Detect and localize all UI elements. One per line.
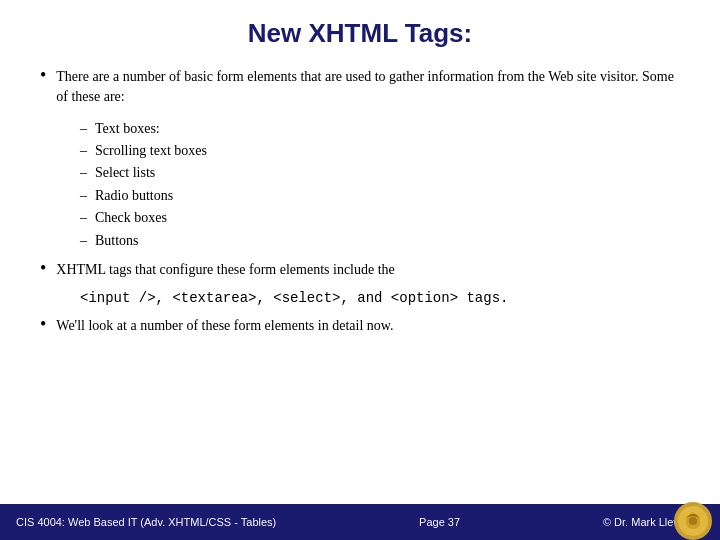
bullet-text-3: We'll look at a number of these form ele…	[56, 316, 393, 336]
list-item: – Text boxes:	[80, 118, 680, 140]
footer: CIS 4004: Web Based IT (Adv. XHTML/CSS -…	[0, 504, 720, 540]
code-line: <input />, <textarea>, <select>, and <op…	[80, 290, 680, 306]
list-item: – Select lists	[80, 162, 680, 184]
sub-item-label: Scrolling text boxes	[95, 140, 207, 162]
bullet-text-2: XHTML tags that configure these form ele…	[56, 260, 395, 280]
svg-point-2	[689, 517, 697, 525]
sub-item-label: Buttons	[95, 230, 139, 252]
bullet-dot-2: •	[40, 258, 46, 279]
bullet-2: • XHTML tags that configure these form e…	[40, 260, 680, 280]
bullet-dot-1: •	[40, 65, 46, 86]
sub-dash: –	[80, 230, 87, 252]
sub-dash: –	[80, 185, 87, 207]
sub-list-1: – Text boxes: – Scrolling text boxes – S…	[80, 118, 680, 252]
footer-course: CIS 4004: Web Based IT (Adv. XHTML/CSS -…	[16, 516, 276, 528]
sub-dash: –	[80, 207, 87, 229]
bullet-1: • There are a number of basic form eleme…	[40, 67, 680, 108]
sub-dash: –	[80, 140, 87, 162]
list-item: – Radio buttons	[80, 185, 680, 207]
footer-page: Page 37	[419, 516, 460, 528]
footer-logo-icon	[674, 502, 712, 540]
main-content: New XHTML Tags: • There are a number of …	[0, 0, 720, 504]
sub-dash: –	[80, 118, 87, 140]
list-item: – Check boxes	[80, 207, 680, 229]
slide-title: New XHTML Tags:	[40, 18, 680, 49]
sub-item-label: Select lists	[95, 162, 155, 184]
sub-item-label: Text boxes:	[95, 118, 160, 140]
sub-dash: –	[80, 162, 87, 184]
bullet-dot-3: •	[40, 314, 46, 335]
slide: New XHTML Tags: • There are a number of …	[0, 0, 720, 540]
sub-item-label: Check boxes	[95, 207, 167, 229]
list-item: – Scrolling text boxes	[80, 140, 680, 162]
bullet-text-1: There are a number of basic form element…	[56, 67, 680, 108]
bullet-3: • We'll look at a number of these form e…	[40, 316, 680, 336]
sub-item-label: Radio buttons	[95, 185, 173, 207]
list-item: – Buttons	[80, 230, 680, 252]
